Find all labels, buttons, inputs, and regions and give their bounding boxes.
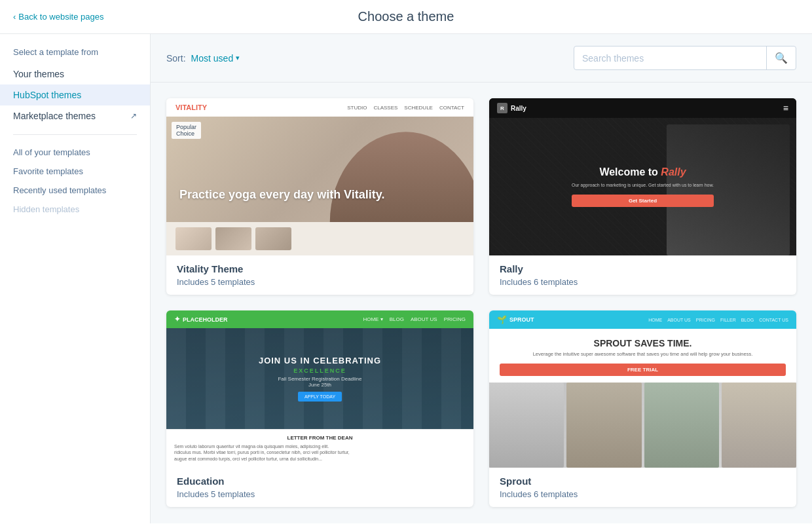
search-button[interactable]: 🔍: [766, 47, 796, 69]
rally-menu-icon: ≡: [783, 103, 788, 113]
sidebar-sub-item-recently-used[interactable]: Recently used templates: [0, 181, 150, 200]
theme-grid: VITALITY STUDIO CLASSES SCHEDULE CONTACT…: [151, 83, 812, 523]
sidebar-sub-item-hidden-templates: Hidden templates: [0, 200, 150, 219]
rally-content: Welcome to Rally Our approach to marketi…: [572, 166, 714, 208]
vitality-thumb-3: [255, 227, 291, 250]
sidebar-sub-item-favorite-templates[interactable]: Favorite templates: [0, 162, 150, 181]
vitality-hero: PopularChoice Practice yoga every day wi…: [166, 117, 473, 222]
sidebar-sub-item-all-templates[interactable]: All of your templates: [0, 143, 150, 162]
sort-chevron-icon: ▾: [236, 54, 240, 62]
rally-preview: R Rally ≡ Welcome to Rally: [489, 98, 796, 255]
sprout-templates-count: Includes 6 templates: [500, 489, 786, 499]
education-templates-count: Includes 5 templates: [177, 489, 463, 499]
theme-card-vitality[interactable]: VITALITY STUDIO CLASSES SCHEDULE CONTACT…: [166, 98, 473, 295]
rally-name: Rally: [500, 263, 786, 274]
edu-hero-text: JOIN US IN CELEBRATING EXCELLENCE Fall S…: [259, 356, 381, 402]
education-info: Education Includes 5 templates: [166, 468, 473, 507]
vitality-popular-tag: PopularChoice: [172, 122, 201, 139]
sprout-name: Sprout: [500, 476, 786, 487]
sprout-preview: 🌱 SPROUT HOME ABOUT US PRICING FILLER BL…: [489, 310, 796, 468]
theme-card-sprout[interactable]: 🌱 SPROUT HOME ABOUT US PRICING FILLER BL…: [489, 310, 796, 507]
vitality-thumb-2: [215, 227, 251, 250]
sort-dropdown[interactable]: Most used ▾: [191, 53, 240, 64]
sprout-nav-links: HOME ABOUT US PRICING FILLER BLOG CONTAC…: [648, 318, 788, 322]
sidebar-item-your-themes[interactable]: Your themes: [0, 64, 150, 84]
edu-hero: JOIN US IN CELEBRATING EXCELLENCE Fall S…: [166, 328, 473, 429]
search-box: 🔍: [574, 46, 796, 70]
edu-logo: ✦ PLACEHOLDER: [174, 315, 228, 324]
rally-hero: Welcome to Rally Our approach to marketi…: [489, 118, 796, 255]
edu-hero-date-2: June 25th: [259, 382, 381, 388]
main-layout: Select a template from Your themes HubSp…: [0, 34, 812, 523]
sidebar-item-label: Marketplace themes: [13, 111, 96, 121]
back-chevron-icon: ‹: [13, 12, 16, 22]
search-input[interactable]: [574, 48, 766, 69]
edu-hero-date: Fall Semester Registration Deadline: [259, 376, 381, 382]
sort-value: Most used: [191, 53, 234, 64]
sprout-hero: SPROUT SAVES TIME. Leverage the intuitiv…: [489, 329, 796, 468]
sprout-logo-text: SPROUT: [509, 316, 534, 323]
sprout-heading: SPROUT SAVES TIME.: [500, 338, 786, 348]
education-name: Education: [177, 476, 463, 487]
sidebar-sub-item-label: Favorite templates: [13, 166, 83, 176]
search-icon: 🔍: [775, 52, 788, 64]
vitality-thumbnails: [166, 222, 473, 255]
sprout-info: Sprout Includes 6 templates: [489, 468, 796, 507]
external-link-icon: ↗: [130, 111, 137, 121]
sort-left: Sort: Most used ▾: [166, 53, 240, 64]
rally-logo-text: Rally: [511, 105, 526, 112]
sprout-person-2: [566, 383, 641, 468]
vitality-nav: VITALITY STUDIO CLASSES SCHEDULE CONTACT: [166, 98, 473, 117]
rally-heading-accent: Rally: [661, 166, 686, 178]
sort-bar: Sort: Most used ▾ 🔍: [151, 34, 812, 83]
sprout-nav: 🌱 SPROUT HOME ABOUT US PRICING FILLER BL…: [489, 310, 796, 329]
content-area: Sort: Most used ▾ 🔍 VITALITY: [151, 34, 812, 523]
back-link[interactable]: ‹ Back to website pages: [13, 12, 103, 22]
sidebar-item-hubspot-themes[interactable]: HubSpot themes: [0, 84, 150, 105]
edu-letter-title: LETTER FROM THE DEAN: [174, 435, 466, 441]
sprout-logo-icon: 🌱: [497, 315, 507, 324]
vitality-name: Vitality Theme: [177, 263, 463, 274]
vitality-hero-text: Practice yoga every day with Vitality.: [179, 187, 384, 202]
edu-nav: ✦ PLACEHOLDER HOME ▾ BLOG ABOUT US PRICI…: [166, 310, 473, 328]
sprout-person-3: [644, 383, 719, 468]
theme-card-rally[interactable]: R Rally ≡ Welcome to Rally: [489, 98, 796, 295]
rally-cta: Get Started: [572, 195, 714, 207]
rally-templates-count: Includes 6 templates: [500, 277, 786, 287]
sidebar-item-marketplace-themes[interactable]: Marketplace themes ↗: [0, 105, 150, 126]
sidebar-sub-item-label: All of your templates: [13, 147, 90, 157]
vitality-logo: VITALITY: [175, 103, 207, 111]
rally-heading: Welcome to Rally: [572, 166, 714, 178]
edu-hero-sub: EXCELLENCE: [259, 367, 381, 374]
sidebar-item-label: Your themes: [13, 69, 64, 79]
vitality-preview: VITALITY STUDIO CLASSES SCHEDULE CONTACT…: [166, 98, 473, 255]
page-header: ‹ Back to website pages Choose a theme: [0, 0, 812, 34]
back-label: Back to website pages: [18, 12, 103, 22]
edu-letter-text: Sem voluto laborum quaeritur vit magna o…: [174, 443, 466, 462]
sprout-cta: FREE TRIAL: [500, 364, 786, 376]
sidebar: Select a template from Your themes HubSp…: [0, 34, 151, 523]
sidebar-section-title: Select a template from: [0, 47, 150, 64]
vitality-templates-count: Includes 5 templates: [177, 277, 463, 287]
sidebar-divider: [13, 134, 137, 135]
sprout-logo: 🌱 SPROUT: [497, 315, 534, 324]
theme-card-education[interactable]: ✦ PLACEHOLDER HOME ▾ BLOG ABOUT US PRICI…: [166, 310, 473, 507]
page-title: Choose a theme: [358, 9, 454, 24]
sprout-person-1: [489, 383, 564, 468]
sprout-people: [489, 383, 796, 468]
sort-label: Sort:: [166, 53, 186, 64]
rally-logo: R Rally: [497, 103, 526, 113]
rally-subtext: Our approach to marketing is unique. Get…: [572, 182, 714, 189]
vitality-silhouette: [304, 122, 473, 222]
vitality-thumb-1: [175, 227, 212, 250]
edu-nav-links: HOME ▾ BLOG ABOUT US PRICING: [363, 316, 466, 322]
edu-logo-icon: ✦: [174, 315, 180, 324]
edu-letter: LETTER FROM THE DEAN Sem voluto laborum …: [166, 429, 473, 468]
vitality-info: Vitality Theme Includes 5 templates: [166, 255, 473, 295]
education-preview: ✦ PLACEHOLDER HOME ▾ BLOG ABOUT US PRICI…: [166, 310, 473, 468]
sidebar-sub-item-label: Recently used templates: [13, 185, 106, 195]
rally-logo-icon: R: [497, 103, 507, 113]
sidebar-sub-item-label: Hidden templates: [13, 204, 79, 214]
sprout-subtext: Leverage the intuitive super awesome sof…: [500, 351, 786, 358]
edu-cta: APPLY TODAY: [298, 392, 342, 402]
